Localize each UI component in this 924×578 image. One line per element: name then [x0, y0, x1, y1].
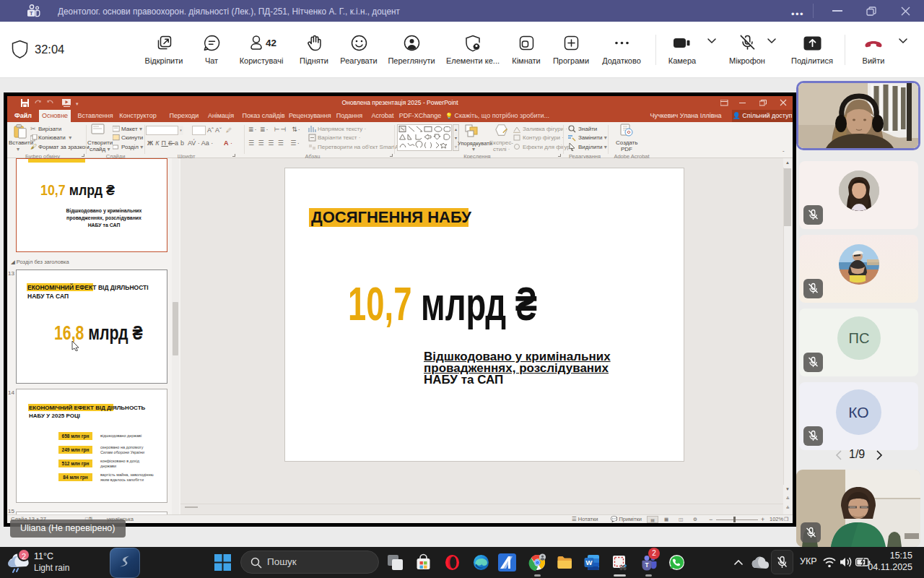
svg-text:T: T [645, 561, 649, 569]
svg-text:T: T [30, 10, 33, 17]
svg-text:W: W [586, 558, 593, 566]
